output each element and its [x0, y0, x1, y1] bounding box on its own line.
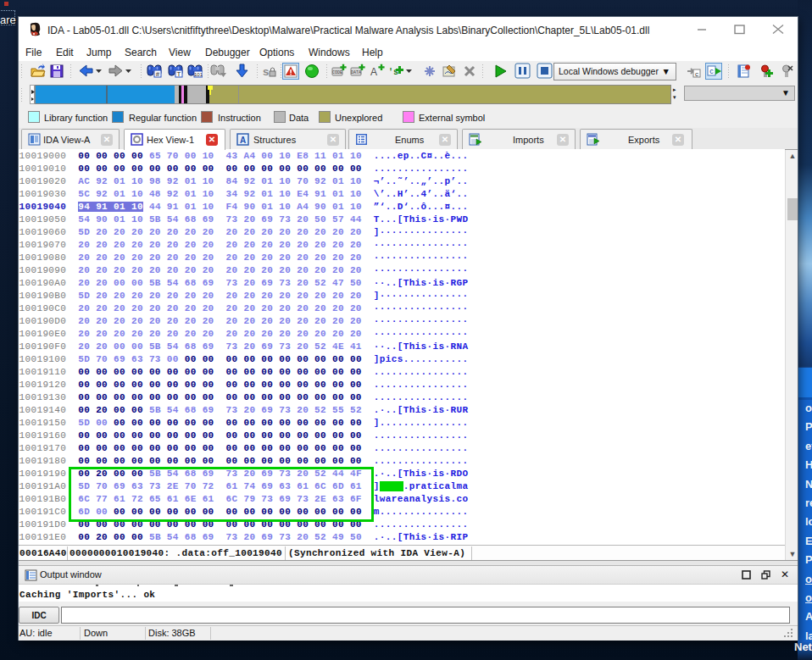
svg-text:A: A [240, 136, 246, 145]
svg-text:c: c [709, 67, 714, 75]
svg-text:s: s [263, 65, 269, 78]
svg-text:CODE: CODE [332, 70, 342, 75]
svg-text:DATA: DATA [351, 70, 361, 75]
svg-text:T: T [177, 70, 181, 78]
svg-text:101: 101 [194, 72, 203, 77]
svg-text:A: A [370, 66, 377, 78]
svg-text:c: c [695, 70, 698, 78]
svg-text:#: # [156, 70, 160, 78]
